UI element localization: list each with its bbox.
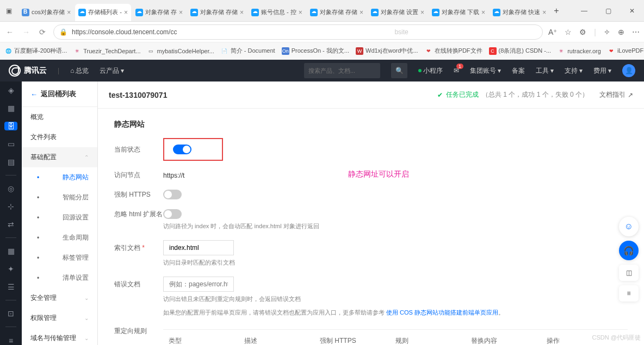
nav-support[interactable]: 支持 ▾ bbox=[565, 66, 583, 76]
nav-item-files[interactable]: 文件列表 bbox=[22, 127, 97, 147]
browser-tab[interactable]: 对象存储 快速× bbox=[490, 4, 549, 21]
spa-help-link[interactable]: 使用 COS 静态网站功能搭建前端单页应用 bbox=[386, 309, 498, 316]
nav-item-basic-config[interactable]: 基础配置⌃ bbox=[22, 147, 97, 167]
nav-item-permissions[interactable]: 权限管理⌄ bbox=[22, 308, 97, 328]
maximize-button[interactable]: ▢ bbox=[596, 0, 620, 22]
library-icon[interactable]: ⊕ bbox=[618, 28, 624, 36]
nav-account[interactable]: 集团账号 ▾ bbox=[470, 66, 501, 76]
nav-item-origin[interactable]: • 回源设置 bbox=[22, 208, 97, 228]
nav-back-link[interactable]: ←返回桶列表 bbox=[22, 81, 97, 107]
rail-icon-app[interactable]: ▦ bbox=[4, 247, 17, 256]
rail-icon-collapse[interactable]: ≡ bbox=[4, 336, 17, 345]
content-area: test-1310079071 ✔ 任务已完成 （总共 1 个，成功 1 个，失… bbox=[98, 81, 644, 345]
close-icon[interactable]: × bbox=[179, 9, 183, 16]
rail-icon-calendar[interactable]: ▭ bbox=[4, 139, 17, 148]
bookmark-item[interactable]: ▭mybatisCodeHelper... bbox=[147, 47, 214, 55]
bookmark-label: ProcessOn - 我的文... bbox=[292, 47, 349, 55]
nav-item-tags[interactable]: • 标签管理 bbox=[22, 248, 97, 268]
book-button[interactable]: ◫ bbox=[619, 265, 639, 281]
browser-tab[interactable]: 对象存储 存× bbox=[132, 4, 186, 21]
browser-tab[interactable]: 对象存储 设置× bbox=[368, 4, 428, 21]
browser-tab[interactable]: 对象存储 存储× bbox=[187, 4, 247, 21]
close-icon[interactable]: × bbox=[360, 9, 363, 16]
close-icon[interactable]: × bbox=[67, 9, 71, 16]
mail-icon[interactable]: ✉ bbox=[454, 67, 459, 74]
search-button[interactable]: 🔍 bbox=[391, 63, 407, 78]
rail-icon-doc[interactable]: ▤ bbox=[4, 157, 17, 166]
browser-tab-active[interactable]: 存储桶列表 - × bbox=[75, 4, 131, 21]
close-icon[interactable]: × bbox=[240, 9, 244, 16]
header-search[interactable] bbox=[304, 63, 380, 78]
status-toggle[interactable] bbox=[173, 145, 191, 154]
settings-icon[interactable]: ⚙ bbox=[579, 28, 586, 36]
close-icon[interactable]: × bbox=[420, 9, 424, 16]
close-icon[interactable]: × bbox=[124, 9, 128, 16]
error-doc-input[interactable] bbox=[163, 277, 234, 292]
support-button[interactable]: 🎧 bbox=[619, 241, 639, 260]
nav-miniapp[interactable]: 小程序 bbox=[418, 66, 443, 76]
doc-guide-link[interactable]: 文档指引 ↗ bbox=[599, 90, 633, 99]
search-input[interactable] bbox=[308, 67, 376, 74]
force-https-toggle[interactable] bbox=[163, 190, 182, 199]
rail-icon-cube[interactable]: ◈ bbox=[4, 86, 17, 95]
rail-icon-flow[interactable]: ⊹ bbox=[4, 202, 17, 211]
nav-item-security[interactable]: 安全管理⌄ bbox=[22, 288, 97, 308]
minimize-button[interactable]: — bbox=[572, 0, 596, 22]
rail-icon-list[interactable]: ☰ bbox=[4, 282, 17, 291]
reader-icon[interactable]: A⁺ bbox=[548, 28, 557, 36]
nav-item-inventory[interactable]: • 清单设置 bbox=[22, 268, 97, 288]
browser-tab[interactable]: 账号信息 - 控× bbox=[248, 4, 306, 21]
close-icon[interactable]: × bbox=[299, 9, 302, 16]
task-status[interactable]: ✔ 任务已完成 （总共 1 个，成功 1 个，失败 0 个） bbox=[437, 90, 589, 99]
forward-icon[interactable]: → bbox=[21, 28, 32, 36]
new-tab-button[interactable]: + bbox=[549, 6, 563, 16]
bookmark-item[interactable]: 📄简介 - Document bbox=[221, 47, 275, 55]
more-icon[interactable]: ⋯ bbox=[632, 28, 640, 36]
nav-item-overview[interactable]: 概览 bbox=[22, 107, 97, 127]
bookmark-item[interactable]: OnProcessOn - 我的文... bbox=[282, 47, 349, 55]
browser-tab[interactable]: 对象存储 存储× bbox=[307, 4, 367, 21]
bookmark-item[interactable]: ✳rutracker.org bbox=[558, 47, 601, 55]
favorite-icon[interactable]: ☆ bbox=[565, 28, 572, 36]
avatar[interactable]: 👤 bbox=[622, 64, 635, 77]
nav-tools[interactable]: 工具 ▾ bbox=[536, 66, 554, 76]
rail-icon-grid[interactable]: ▦ bbox=[4, 104, 17, 113]
nav-products[interactable]: 云产品 ▾ bbox=[100, 66, 124, 76]
nav-overview[interactable]: ⌂ 总览 bbox=[70, 66, 89, 76]
url-field[interactable]: 🔒 https://console.cloud.tencent.com/ccbs… bbox=[53, 24, 543, 40]
rail-icon-globe[interactable]: ◎ bbox=[4, 184, 17, 193]
bookmark-item[interactable]: ✳Truezir_TechDepart... bbox=[73, 47, 140, 55]
refresh-icon[interactable]: ⟳ bbox=[37, 28, 48, 36]
brand-logo[interactable]: 腾讯云 bbox=[9, 65, 47, 77]
back-icon[interactable]: ← bbox=[4, 28, 15, 36]
close-window-button[interactable]: ✕ bbox=[620, 0, 644, 22]
sidebar-toggle-icon[interactable]: ▣ bbox=[0, 7, 17, 15]
close-icon[interactable]: × bbox=[481, 9, 485, 16]
collections-icon[interactable]: ✧ bbox=[604, 28, 610, 36]
nav-item-domain[interactable]: 域名与传输管理⌄ bbox=[22, 328, 97, 345]
ignore-ext-toggle[interactable] bbox=[163, 209, 182, 219]
nav-item-tiering[interactable]: • 智能分层 bbox=[22, 187, 97, 208]
nav-item-static-site[interactable]: • 静态网站 bbox=[22, 167, 97, 187]
rail-icon-storage[interactable]: 🗄 bbox=[4, 122, 17, 131]
bookmark-item[interactable]: 🌐百度翻译-200种语... bbox=[4, 47, 67, 55]
browser-tab[interactable]: 对象存储 下载× bbox=[429, 4, 488, 21]
rail-icon-wrench[interactable]: ✦ bbox=[4, 264, 17, 273]
browser-tab[interactable]: cos对象存储× bbox=[18, 4, 74, 21]
rail-icon-other[interactable]: ⊡ bbox=[4, 309, 17, 318]
bookmark-item[interactable]: WWd1xj在word中优... bbox=[356, 47, 418, 55]
rail-icon-route[interactable]: ⇄ bbox=[4, 219, 17, 229]
index-doc-input[interactable] bbox=[163, 240, 234, 255]
nav-beian[interactable]: 备案 bbox=[512, 66, 525, 76]
bookmark-item[interactable]: ❤iLovePDF |面向 PDF... bbox=[608, 47, 644, 55]
bookmark-item[interactable]: ❤在线转换PDF文件 bbox=[425, 47, 482, 55]
list-button[interactable]: ≡ bbox=[619, 285, 639, 302]
nav-item-lifecycle[interactable]: • 生命周期 bbox=[22, 228, 97, 248]
nav-cost[interactable]: 费用 ▾ bbox=[593, 66, 611, 76]
bookmark-item[interactable]: C(8条消息) CSDN -... bbox=[489, 47, 552, 55]
url-text: https://console.cloud.tencent.com/ccbsit… bbox=[72, 28, 537, 36]
close-icon[interactable]: × bbox=[542, 9, 546, 16]
emoji-button[interactable]: ☺ bbox=[619, 217, 639, 236]
tab-favicon bbox=[432, 9, 439, 16]
tab-title: 对象存储 下载 bbox=[442, 8, 479, 16]
